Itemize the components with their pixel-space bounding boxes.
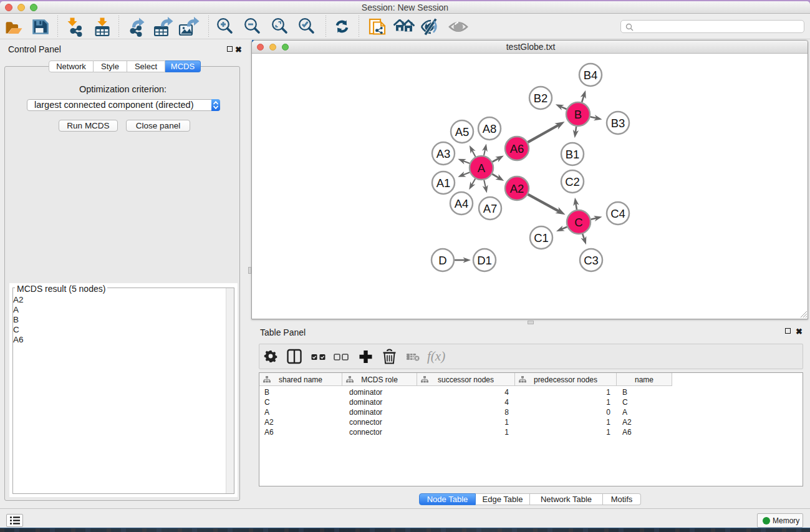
svg-text:A: A xyxy=(478,162,486,175)
svg-text:B: B xyxy=(574,108,582,121)
svg-text:A5: A5 xyxy=(455,125,470,138)
svg-text:A6: A6 xyxy=(510,142,524,155)
svg-text:A3: A3 xyxy=(436,147,451,160)
svg-text:D: D xyxy=(438,254,446,267)
svg-text:f(x): f(x) xyxy=(427,349,445,364)
svg-text:A1: A1 xyxy=(436,177,451,190)
svg-text:A2: A2 xyxy=(510,182,524,195)
svg-text:C3: C3 xyxy=(584,254,599,267)
svg-text:C4: C4 xyxy=(610,207,625,220)
svg-text:D1: D1 xyxy=(477,254,492,267)
svg-text:C2: C2 xyxy=(565,175,580,188)
svg-text:B3: B3 xyxy=(611,117,625,130)
svg-text:B1: B1 xyxy=(566,148,580,161)
svg-text:A8: A8 xyxy=(483,122,497,135)
svg-text:A4: A4 xyxy=(455,197,469,210)
svg-text:A7: A7 xyxy=(483,202,498,215)
svg-text:C1: C1 xyxy=(534,231,549,244)
svg-text:B2: B2 xyxy=(534,92,548,105)
svg-text:C: C xyxy=(574,216,582,229)
svg-text:B4: B4 xyxy=(584,69,598,82)
